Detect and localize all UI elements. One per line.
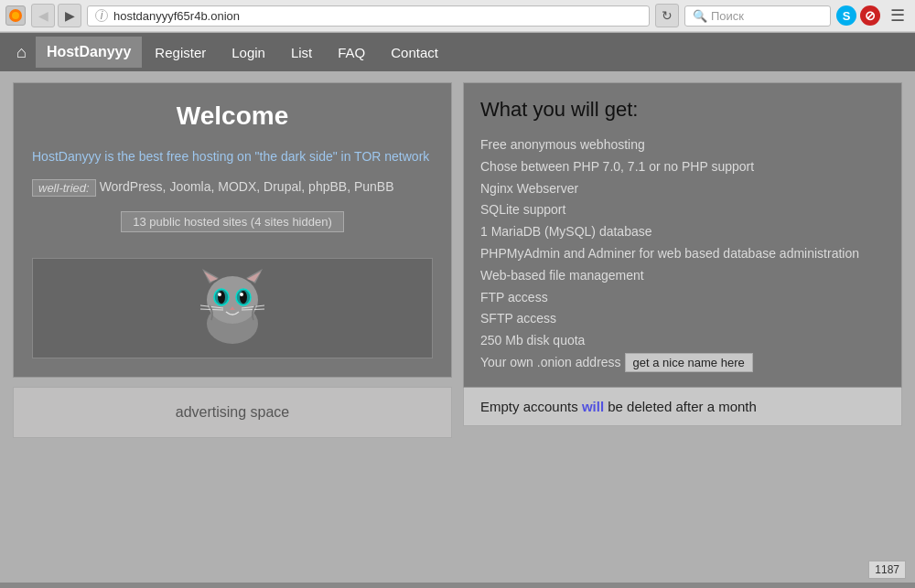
browser-toolbar: ◀ ▶ i hostdanyyyf65r4b.onion ↻ 🔍 Поиск S… [0, 0, 915, 32]
browser-chrome: ◀ ▶ i hostdanyyyf65r4b.onion ↻ 🔍 Поиск S… [0, 0, 915, 33]
cat-image-box [32, 258, 433, 358]
list-item: Chose between PHP 7.0, 7.1 or no PHP sup… [480, 156, 885, 178]
svg-point-10 [218, 291, 225, 304]
no-script-icon[interactable]: ⊘ [860, 5, 880, 26]
nav-list[interactable]: List [278, 36, 325, 69]
list-item: Nginx Webserver [480, 178, 885, 200]
back-button[interactable]: ◀ [31, 4, 55, 27]
nav-faq[interactable]: FAQ [325, 36, 378, 69]
list-item: Web-based file management [480, 265, 885, 287]
svg-point-13 [240, 293, 243, 296]
nav-contact[interactable]: Contact [378, 36, 451, 69]
notice-text-after: be deleted after a month [604, 399, 757, 414]
welcome-description: HostDanyyy is the best free hosting on "… [32, 147, 433, 166]
svg-point-12 [218, 293, 221, 296]
nav-login[interactable]: Login [219, 36, 278, 69]
list-item: FTP access [480, 287, 885, 309]
refresh-button[interactable]: ↻ [655, 4, 679, 27]
nav-home-icon[interactable]: ⌂ [7, 36, 36, 69]
forward-button[interactable]: ▶ [58, 4, 81, 27]
counter-bar: 1187 [0, 557, 915, 583]
svg-point-11 [240, 291, 247, 304]
list-item: SQLite support [480, 199, 885, 221]
address-bar[interactable]: i hostdanyyyf65r4b.onion [87, 5, 650, 27]
list-item: 1 MariaDB (MySQL) database [480, 221, 885, 243]
list-item: SFTP access [480, 308, 885, 330]
advertising-text: advertising space [176, 404, 290, 421]
svg-point-1 [12, 12, 19, 19]
notice-text-before: Empty accounts [480, 399, 582, 414]
firefox-menu-button[interactable] [5, 5, 26, 26]
features-box: What you will get: Free anonymous webhos… [463, 82, 902, 388]
security-info-icon: i [95, 9, 108, 22]
sites-count-badge: 13 public hosted sites (4 sites hidden) [121, 211, 344, 232]
features-list: Free anonymous webhosting Chose between … [480, 134, 885, 374]
advertising-box: advertising space [13, 387, 452, 438]
search-icon: 🔍 [693, 9, 707, 23]
list-item: 250 Mb disk quota [480, 330, 885, 352]
well-tried-badge: well-tried: [32, 179, 96, 197]
list-item: Free anonymous webhosting [480, 134, 885, 156]
right-panel: What you will get: Free anonymous webhos… [463, 82, 902, 426]
empty-accounts-notice: Empty accounts will be deleted after a m… [463, 388, 902, 426]
page-body: Welcome HostDanyyy is the best free host… [0, 71, 915, 557]
get-onion-name-button[interactable]: get a nice name here [625, 353, 753, 372]
well-tried-row: well-tried: WordPress, Joomla, MODX, Dru… [32, 179, 433, 197]
welcome-box: Welcome HostDanyyy is the best free host… [13, 82, 452, 378]
url-text: hostdanyyyf65r4b.onion [113, 9, 240, 23]
well-tried-text: WordPress, Joomla, MODX, Drupal, phpBB, … [100, 179, 394, 194]
search-placeholder: Поиск [711, 9, 744, 23]
nav-register[interactable]: Register [142, 36, 219, 69]
list-item: PHPMyAdmin and Adminer for web based dat… [480, 243, 885, 265]
browser-nav-buttons: ◀ ▶ [31, 4, 81, 27]
skype-icon[interactable]: S [836, 5, 856, 26]
list-item-onion: Your own .onion address get a nice name … [480, 352, 885, 374]
features-title: What you will get: [480, 98, 885, 122]
notice-will-text: will [582, 399, 604, 414]
cheshire-cat-image [191, 267, 274, 349]
browser-extension-icons: S ⊘ [836, 5, 880, 26]
browser-menu-hamburger[interactable]: ☰ [886, 4, 910, 27]
navigation-bar: ⌂ HostDanyyy Register Login List FAQ Con… [0, 33, 915, 71]
welcome-title: Welcome [32, 102, 433, 131]
visitor-counter: 1187 [868, 561, 906, 579]
nav-brand[interactable]: HostDanyyy [36, 37, 142, 68]
search-bar[interactable]: 🔍 Поиск [684, 5, 831, 27]
page-footer: hostdanyyyf65r4b.onion [0, 583, 915, 588]
left-panel: Welcome HostDanyyy is the best free host… [13, 82, 452, 438]
